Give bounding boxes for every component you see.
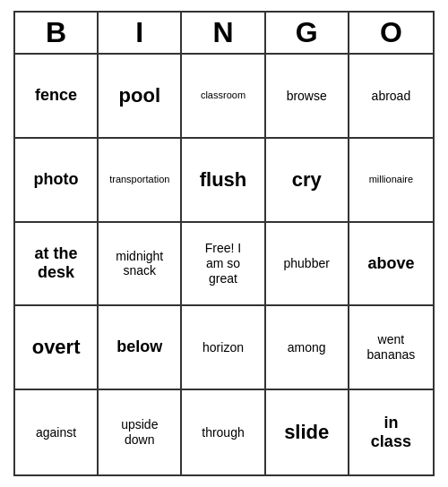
bingo-cell: against [15,390,99,474]
cell-text: flush [200,168,247,192]
cell-text: horizon [202,340,244,355]
cell-text: above [367,254,414,274]
cell-text: against [36,425,76,440]
cell-text: abroad [372,89,411,104]
cell-text: millionaire [369,174,414,185]
bingo-cell: phubber [266,223,349,307]
bingo-card: BINGO fencepoolclassroombrowseabroadphot… [13,11,435,476]
header-letter: O [349,13,433,53]
bingo-cell: through [182,390,265,474]
bingo-grid: fencepoolclassroombrowseabroadphototrans… [13,53,435,476]
bingo-cell: photo [15,139,99,223]
bingo-cell: millionaire [349,139,433,223]
cell-text: slide [284,421,329,444]
cell-text: cry [292,168,322,192]
cell-text: among [288,340,326,355]
bingo-cell: slide [266,390,349,474]
cell-text: fence [35,86,77,106]
cell-text: midnightsnack [116,249,163,279]
bingo-cell: abroad [349,55,433,139]
bingo-cell: Free! Iam sogreat [182,223,265,307]
cell-text: upsidedown [121,417,158,448]
bingo-cell: midnightsnack [99,223,182,307]
cell-text: inclass [371,414,411,452]
cell-text: transportation [109,174,169,185]
cell-text: classroom [201,90,246,101]
cell-text: Free! Iam sogreat [205,241,241,286]
cell-text: browse [287,89,327,104]
cell-text: photo [34,170,79,190]
cell-text: below [116,337,162,357]
cell-text: overt [32,336,81,359]
header-letter: N [182,13,265,53]
bingo-cell: upsidedown [99,390,182,474]
cell-text: through [202,425,244,440]
cell-text: at thedesk [35,244,78,283]
bingo-header: BINGO [13,11,435,53]
header-letter: I [99,13,182,53]
bingo-cell: at thedesk [15,223,99,307]
header-letter: G [266,13,349,53]
bingo-cell: below [99,306,182,390]
bingo-cell: horizon [182,306,265,390]
cell-text: phubber [284,256,330,271]
bingo-cell: overt [15,306,99,390]
bingo-cell: cry [266,139,349,223]
bingo-cell: flush [182,139,265,223]
cell-text: pool [119,84,160,107]
bingo-cell: browse [266,55,349,139]
bingo-cell: classroom [182,55,265,139]
header-letter: B [15,13,99,53]
bingo-cell: pool [99,55,182,139]
cell-text: wentbananas [367,332,416,363]
bingo-cell: inclass [349,390,433,474]
bingo-cell: wentbananas [349,306,433,390]
bingo-cell: among [266,306,349,390]
bingo-cell: fence [15,55,99,139]
bingo-cell: above [349,223,433,307]
bingo-cell: transportation [99,139,182,223]
